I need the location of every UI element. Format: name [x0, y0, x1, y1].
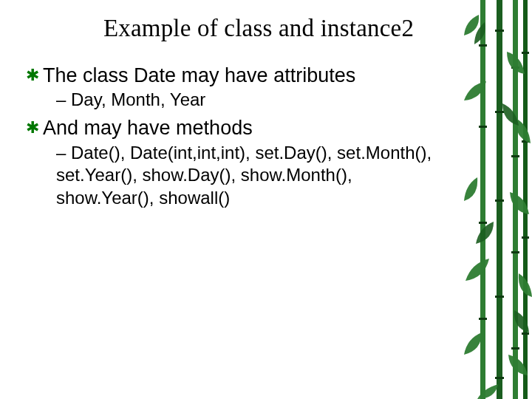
svg-rect-8 [495, 30, 504, 32]
asterisk-icon: ✱ [22, 64, 43, 87]
svg-rect-6 [479, 222, 487, 224]
svg-rect-14 [511, 155, 519, 157]
sub-bullet-text: – Date(), Date(int,int,int), set.Day(), … [56, 142, 451, 210]
bullet-text: The class Date may have attributes [43, 64, 451, 87]
svg-rect-12 [495, 377, 504, 379]
bullet-text: And may have methods [43, 116, 451, 140]
bullet-item: ✱ And may have methods [22, 116, 451, 140]
svg-rect-0 [480, 0, 485, 399]
svg-rect-11 [495, 296, 504, 298]
svg-rect-5 [479, 126, 487, 128]
svg-rect-7 [479, 318, 487, 320]
slide: Example of class and instance2 ✱ The cla… [0, 0, 532, 399]
svg-rect-17 [522, 52, 529, 54]
svg-rect-19 [522, 236, 529, 239]
bamboo-decoration [464, 0, 532, 399]
svg-rect-4 [479, 44, 487, 47]
slide-body: ✱ The class Date may have attributes – D… [22, 59, 451, 213]
svg-rect-20 [522, 332, 529, 335]
slide-title: Example of class and instance2 [52, 15, 466, 42]
svg-rect-10 [495, 200, 504, 202]
svg-rect-3 [523, 0, 528, 399]
sub-bullet-text: – Day, Month, Year [56, 89, 451, 112]
bullet-item: ✱ The class Date may have attributes [22, 64, 451, 87]
svg-rect-15 [511, 251, 519, 253]
svg-rect-9 [495, 111, 504, 113]
svg-rect-16 [511, 347, 519, 349]
asterisk-icon: ✱ [22, 116, 43, 140]
